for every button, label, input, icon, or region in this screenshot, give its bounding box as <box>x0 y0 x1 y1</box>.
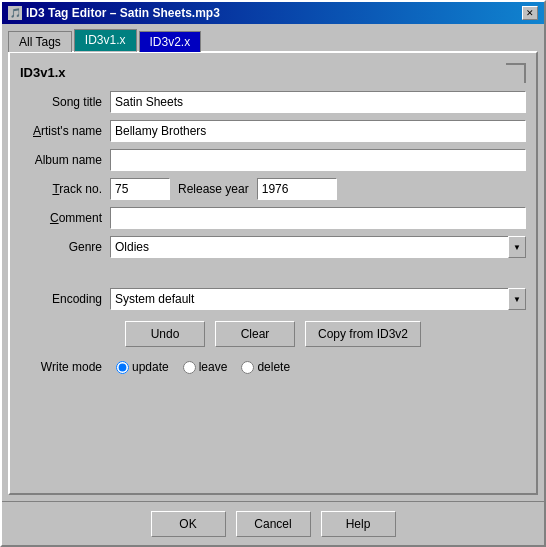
app-icon: 🎵 <box>8 6 22 20</box>
write-mode-label: Write mode <box>20 360 110 374</box>
clear-button[interactable]: Clear <box>215 321 295 347</box>
genre-label: Genre <box>20 240 110 254</box>
write-mode-delete-radio[interactable] <box>241 361 254 374</box>
action-buttons-row: Undo Clear Copy from ID3v2 <box>20 321 526 347</box>
encoding-select[interactable]: System default <box>110 288 526 310</box>
title-bar: 🎵 ID3 Tag Editor – Satin Sheets.mp3 ✕ <box>2 2 544 24</box>
encoding-select-wrapper: System default ▼ <box>110 288 526 310</box>
genre-select[interactable]: Oldies <box>110 236 526 258</box>
panel-title: ID3v1.x <box>20 65 66 80</box>
genre-select-wrapper: Oldies ▼ <box>110 236 526 258</box>
copy-from-id3v2-button[interactable]: Copy from ID3v2 <box>305 321 421 347</box>
write-mode-delete-label[interactable]: delete <box>257 360 290 374</box>
tabs-bar: All Tags ID3v1.x ID3v2.x <box>2 24 544 51</box>
track-input[interactable] <box>110 178 170 200</box>
genre-row: Genre Oldies ▼ <box>20 236 526 258</box>
comment-row: Comment <box>20 207 526 229</box>
write-mode-radio-group: update leave delete <box>116 360 290 374</box>
form-area: Song title Artist's name Album name Trac… <box>20 91 526 374</box>
song-title-row: Song title <box>20 91 526 113</box>
write-mode-delete: delete <box>241 360 290 374</box>
artist-input[interactable] <box>110 120 526 142</box>
undo-button[interactable]: Undo <box>125 321 205 347</box>
write-mode-leave-radio[interactable] <box>183 361 196 374</box>
help-button[interactable]: Help <box>321 511 396 537</box>
close-button[interactable]: ✕ <box>522 6 538 20</box>
tab-id3v2[interactable]: ID3v2.x <box>139 31 202 52</box>
tab-id3v1[interactable]: ID3v1.x <box>74 29 137 52</box>
write-mode-leave: leave <box>183 360 228 374</box>
comment-label: Comment <box>20 211 110 225</box>
artist-label: Artist's name <box>20 124 110 138</box>
release-year-input[interactable] <box>257 178 337 200</box>
album-label: Album name <box>20 153 110 167</box>
corner-decoration <box>508 63 526 81</box>
track-release-row: Track no. Release year <box>20 178 526 200</box>
encoding-row: Encoding System default ▼ <box>20 288 526 310</box>
write-mode-update: update <box>116 360 169 374</box>
cancel-button[interactable]: Cancel <box>236 511 311 537</box>
content-area: ID3v1.x Song title Artist's name Album n… <box>8 51 538 495</box>
song-title-label: Song title <box>20 95 110 109</box>
album-input[interactable] <box>110 149 526 171</box>
comment-input[interactable] <box>110 207 526 229</box>
tab-all-tags[interactable]: All Tags <box>8 31 72 52</box>
ok-button[interactable]: OK <box>151 511 226 537</box>
song-title-input[interactable] <box>110 91 526 113</box>
panel-header: ID3v1.x <box>20 63 526 81</box>
release-label: Release year <box>170 182 257 196</box>
album-row: Album name <box>20 149 526 171</box>
encoding-label: Encoding <box>20 292 110 306</box>
write-mode-leave-label[interactable]: leave <box>199 360 228 374</box>
window-title: ID3 Tag Editor – Satin Sheets.mp3 <box>26 6 220 20</box>
write-mode-update-label[interactable]: update <box>132 360 169 374</box>
artist-row: Artist's name <box>20 120 526 142</box>
write-mode-row: Write mode update leave delete <box>20 360 526 374</box>
write-mode-update-radio[interactable] <box>116 361 129 374</box>
bottom-bar: OK Cancel Help <box>2 501 544 545</box>
track-label: Track no. <box>20 182 110 196</box>
title-controls: ✕ <box>522 6 538 20</box>
main-window: 🎵 ID3 Tag Editor – Satin Sheets.mp3 ✕ Al… <box>0 0 546 547</box>
